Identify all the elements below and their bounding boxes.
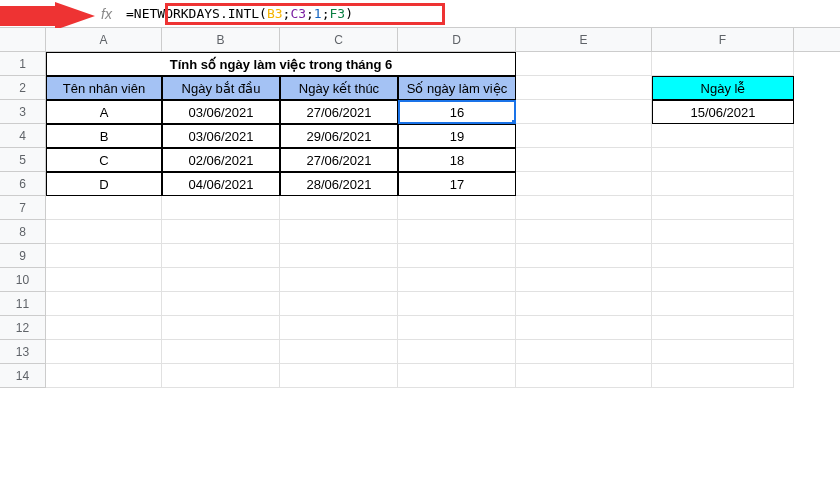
cell-D12[interactable] <box>398 316 516 340</box>
cell-E10[interactable] <box>516 268 652 292</box>
cell-E13[interactable] <box>516 340 652 364</box>
cell-F10[interactable] <box>652 268 794 292</box>
cell-A6[interactable]: D <box>46 172 162 196</box>
header-end[interactable]: Ngày kết thúc <box>280 76 398 100</box>
col-header-C[interactable]: C <box>280 28 398 51</box>
cell-F13[interactable] <box>652 340 794 364</box>
cell-E3[interactable] <box>516 100 652 124</box>
row-header-10[interactable]: 10 <box>0 268 46 292</box>
cell-B4[interactable]: 03/06/2021 <box>162 124 280 148</box>
cell-E14[interactable] <box>516 364 652 388</box>
cell-F1[interactable] <box>652 52 794 76</box>
row-header-3[interactable]: 3 <box>0 100 46 124</box>
cell-C8[interactable] <box>280 220 398 244</box>
cell-A7[interactable] <box>46 196 162 220</box>
header-name[interactable]: Tên nhân viên <box>46 76 162 100</box>
cell-A3[interactable]: A <box>46 100 162 124</box>
cell-D10[interactable] <box>398 268 516 292</box>
cell-B6[interactable]: 04/06/2021 <box>162 172 280 196</box>
row-header-1[interactable]: 1 <box>0 52 46 76</box>
selection-handle[interactable] <box>511 119 516 124</box>
cell-F11[interactable] <box>652 292 794 316</box>
cell-A4[interactable]: B <box>46 124 162 148</box>
cell-D13[interactable] <box>398 340 516 364</box>
cell-C13[interactable] <box>280 340 398 364</box>
row-header-7[interactable]: 7 <box>0 196 46 220</box>
cell-E1[interactable] <box>516 52 652 76</box>
header-start[interactable]: Ngày bắt đầu <box>162 76 280 100</box>
cell-F14[interactable] <box>652 364 794 388</box>
cell-B10[interactable] <box>162 268 280 292</box>
cell-C14[interactable] <box>280 364 398 388</box>
cell-B14[interactable] <box>162 364 280 388</box>
cell-C10[interactable] <box>280 268 398 292</box>
cell-C11[interactable] <box>280 292 398 316</box>
col-header-B[interactable]: B <box>162 28 280 51</box>
cell-F7[interactable] <box>652 196 794 220</box>
cell-F4[interactable] <box>652 124 794 148</box>
cell-B9[interactable] <box>162 244 280 268</box>
spreadsheet-grid[interactable]: A B C D E F 1 Tính số ngày làm việc tron… <box>0 28 840 500</box>
holiday-value[interactable]: 15/06/2021 <box>652 100 794 124</box>
cell-A5[interactable]: C <box>46 148 162 172</box>
row-header-6[interactable]: 6 <box>0 172 46 196</box>
cell-E12[interactable] <box>516 316 652 340</box>
cell-D8[interactable] <box>398 220 516 244</box>
cell-E7[interactable] <box>516 196 652 220</box>
row-header-13[interactable]: 13 <box>0 340 46 364</box>
cell-A10[interactable] <box>46 268 162 292</box>
cell-A12[interactable] <box>46 316 162 340</box>
col-header-E[interactable]: E <box>516 28 652 51</box>
cell-E9[interactable] <box>516 244 652 268</box>
cell-D14[interactable] <box>398 364 516 388</box>
cell-D5[interactable]: 18 <box>398 148 516 172</box>
row-header-12[interactable]: 12 <box>0 316 46 340</box>
cell-A13[interactable] <box>46 340 162 364</box>
cell-D7[interactable] <box>398 196 516 220</box>
cell-A11[interactable] <box>46 292 162 316</box>
cell-C9[interactable] <box>280 244 398 268</box>
cell-E2[interactable] <box>516 76 652 100</box>
cell-B3[interactable]: 03/06/2021 <box>162 100 280 124</box>
cell-C7[interactable] <box>280 196 398 220</box>
cell-D3-selected[interactable]: 16 <box>398 100 516 124</box>
formula-input[interactable]: =NETWORKDAYS.INTL(B3;C3;1;F3) <box>120 3 840 25</box>
holiday-header[interactable]: Ngày lễ <box>652 76 794 100</box>
cell-B8[interactable] <box>162 220 280 244</box>
col-header-F[interactable]: F <box>652 28 794 51</box>
cell-E11[interactable] <box>516 292 652 316</box>
cell-E5[interactable] <box>516 148 652 172</box>
col-header-D[interactable]: D <box>398 28 516 51</box>
cell-F6[interactable] <box>652 172 794 196</box>
cell-F9[interactable] <box>652 244 794 268</box>
cell-A8[interactable] <box>46 220 162 244</box>
row-header-9[interactable]: 9 <box>0 244 46 268</box>
cell-C3[interactable]: 27/06/2021 <box>280 100 398 124</box>
cell-F5[interactable] <box>652 148 794 172</box>
cell-A14[interactable] <box>46 364 162 388</box>
cell-E8[interactable] <box>516 220 652 244</box>
row-header-2[interactable]: 2 <box>0 76 46 100</box>
row-header-11[interactable]: 11 <box>0 292 46 316</box>
cell-B7[interactable] <box>162 196 280 220</box>
cell-E6[interactable] <box>516 172 652 196</box>
cell-B13[interactable] <box>162 340 280 364</box>
row-header-14[interactable]: 14 <box>0 364 46 388</box>
row-header-8[interactable]: 8 <box>0 220 46 244</box>
cell-B5[interactable]: 02/06/2021 <box>162 148 280 172</box>
cell-D4[interactable]: 19 <box>398 124 516 148</box>
cell-F12[interactable] <box>652 316 794 340</box>
cell-D9[interactable] <box>398 244 516 268</box>
cell-C12[interactable] <box>280 316 398 340</box>
cell-F8[interactable] <box>652 220 794 244</box>
cell-A9[interactable] <box>46 244 162 268</box>
header-days[interactable]: Số ngày làm việc <box>398 76 516 100</box>
cell-D6[interactable]: 17 <box>398 172 516 196</box>
row-header-4[interactable]: 4 <box>0 124 46 148</box>
cell-D11[interactable] <box>398 292 516 316</box>
row-header-5[interactable]: 5 <box>0 148 46 172</box>
cell-C5[interactable]: 27/06/2021 <box>280 148 398 172</box>
cell-B12[interactable] <box>162 316 280 340</box>
select-all-corner[interactable] <box>0 28 46 51</box>
table-title[interactable]: Tính số ngày làm việc trong tháng 6 <box>46 52 516 76</box>
